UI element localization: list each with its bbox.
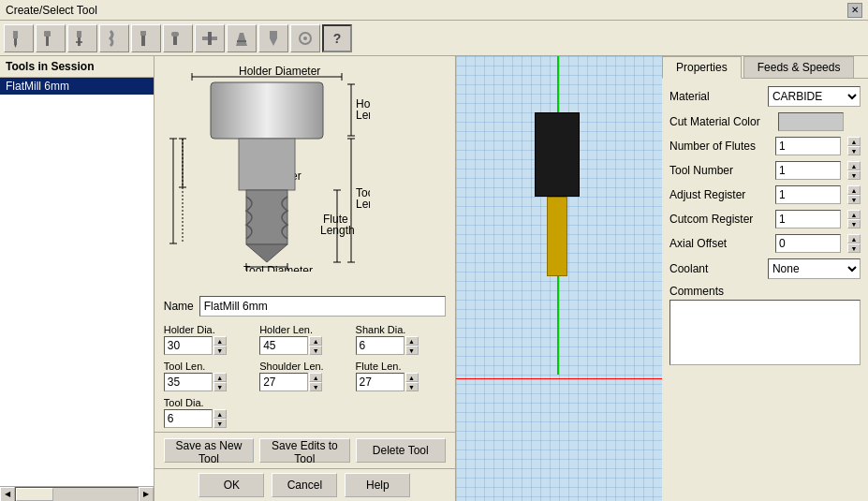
svg-marker-2 xyxy=(14,44,17,48)
adjust-register-up[interactable]: ▲ xyxy=(847,185,861,195)
holder-len-up[interactable]: ▲ xyxy=(309,336,322,346)
tool-number-row: Tool Number ▲ ▼ xyxy=(669,161,861,180)
tool-len-up[interactable]: ▲ xyxy=(213,373,227,382)
delete-tool-button[interactable]: Delete Tool xyxy=(356,438,446,463)
tool-dia-input[interactable] xyxy=(164,409,213,428)
save-new-button[interactable]: Save as New Tool xyxy=(164,438,254,463)
toolbar-btn-7[interactable] xyxy=(227,24,257,52)
holder-len-input[interactable] xyxy=(259,336,308,355)
shank-dia-up[interactable]: ▲ xyxy=(405,336,419,346)
svg-text:Tool Diameter: Tool Diameter xyxy=(243,264,313,272)
tool-dia-up[interactable]: ▲ xyxy=(213,409,227,419)
svg-rect-14 xyxy=(237,40,246,42)
holder-dia-up[interactable]: ▲ xyxy=(213,336,227,346)
comments-textarea[interactable] xyxy=(669,300,861,365)
shoulder-len-up[interactable]: ▲ xyxy=(309,373,322,382)
toolbar-btn-6[interactable] xyxy=(195,24,225,52)
holder-dia-down[interactable]: ▼ xyxy=(213,346,227,355)
toolbar-btn-1[interactable] xyxy=(36,24,66,52)
shank-dia-input-row: ▲ ▼ xyxy=(356,336,446,355)
svg-text:Holder Diameter: Holder Diameter xyxy=(239,66,320,78)
adjust-register-input[interactable] xyxy=(775,185,841,204)
adjust-register-spinner: ▲ ▼ xyxy=(847,185,861,204)
cutcom-register-spinner: ▲ ▼ xyxy=(847,210,861,228)
ok-button[interactable]: OK xyxy=(199,473,264,497)
axial-offset-label: Axial Offset xyxy=(669,237,770,250)
shank-dia-group: Shank Dia. ▲ ▼ xyxy=(356,324,446,355)
help-icon: ? xyxy=(333,31,342,46)
tool-number-down[interactable]: ▼ xyxy=(847,170,861,180)
save-edits-button[interactable]: Save Edits to Tool xyxy=(259,438,349,463)
toolbar-btn-3[interactable] xyxy=(99,24,129,52)
num-flutes-down[interactable]: ▼ xyxy=(847,146,861,155)
scroll-thumb[interactable] xyxy=(16,488,53,501)
adjust-register-down[interactable]: ▼ xyxy=(847,195,861,204)
num-flutes-up[interactable]: ▲ xyxy=(847,137,861,146)
axial-offset-down[interactable]: ▼ xyxy=(847,243,861,253)
svg-rect-3 xyxy=(44,31,51,37)
svg-rect-5 xyxy=(77,31,81,37)
holder-len-down[interactable]: ▼ xyxy=(309,346,322,355)
tool-len-down[interactable]: ▼ xyxy=(213,382,227,391)
name-input[interactable] xyxy=(199,296,446,317)
num-flutes-input[interactable] xyxy=(775,137,841,155)
axial-offset-input[interactable] xyxy=(775,234,841,253)
tool-len-spinner: ▲ ▼ xyxy=(213,373,227,391)
scroll-left-arrow[interactable]: ◀ xyxy=(0,487,15,502)
flute-len-down[interactable]: ▼ xyxy=(405,382,419,391)
shank-dia-input[interactable] xyxy=(356,336,405,355)
comments-section: Comments xyxy=(669,285,861,368)
coolant-select[interactable]: None Flood Mist Air xyxy=(768,258,861,279)
cut-material-color-row: Cut Material Color xyxy=(669,112,861,131)
flute-len-up[interactable]: ▲ xyxy=(405,373,419,382)
material-select[interactable]: CARBIDE HSS COBALT CERAMIC xyxy=(768,86,861,107)
svg-marker-40 xyxy=(246,244,287,262)
holder-len-group: Holder Len. ▲ ▼ xyxy=(259,324,349,355)
flute-len-input[interactable] xyxy=(356,373,405,391)
help-button[interactable]: Help xyxy=(345,473,410,497)
svg-rect-0 xyxy=(13,31,18,38)
toolbar: ? xyxy=(0,21,868,56)
tab-feeds-speeds[interactable]: Feeds & Speeds xyxy=(743,56,855,78)
cutcom-register-up[interactable]: ▲ xyxy=(847,210,861,219)
toolbar-btn-8[interactable] xyxy=(258,24,288,52)
toolbar-btn-9[interactable] xyxy=(290,24,320,52)
tool-number-up[interactable]: ▲ xyxy=(847,161,861,170)
svg-rect-10 xyxy=(171,32,179,37)
shoulder-len-down[interactable]: ▼ xyxy=(309,382,322,391)
shoulder-len-input-row: ▲ ▼ xyxy=(259,373,349,391)
toolbar-btn-0[interactable] xyxy=(4,24,34,52)
toolbar-btn-4[interactable] xyxy=(131,24,161,52)
svg-rect-26 xyxy=(211,82,323,139)
material-label: Material xyxy=(669,90,762,103)
num-flutes-spinner: ▲ ▼ xyxy=(847,137,861,155)
tab-properties[interactable]: Properties xyxy=(662,56,742,79)
bottom-buttons: Save as New Tool Save Edits to Tool Dele… xyxy=(154,432,455,468)
scroll-right-arrow[interactable]: ▶ xyxy=(139,487,154,502)
toolbar-btn-5[interactable] xyxy=(163,24,193,52)
horizontal-scrollbar[interactable]: ◀ ▶ xyxy=(0,486,154,501)
toolbar-btn-2[interactable] xyxy=(67,24,97,52)
scroll-track[interactable] xyxy=(15,487,139,502)
session-item[interactable]: FlatMill 6mm xyxy=(0,78,154,95)
flute-len-input-row: ▲ ▼ xyxy=(356,373,446,391)
tool-len-input[interactable] xyxy=(164,373,213,391)
shoulder-len-input[interactable] xyxy=(259,373,308,391)
tool-number-input[interactable] xyxy=(775,161,841,180)
cancel-button[interactable]: Cancel xyxy=(272,473,337,497)
toolbar-btn-help[interactable]: ? xyxy=(322,24,352,52)
holder-dia-input[interactable] xyxy=(164,336,213,355)
tool-dia-down[interactable]: ▼ xyxy=(213,419,227,428)
tool-len-group: Tool Len. ▲ ▼ xyxy=(164,361,254,391)
svg-rect-13 xyxy=(208,32,212,45)
close-button[interactable]: ✕ xyxy=(847,3,862,18)
cutcom-register-input[interactable] xyxy=(775,210,841,228)
flute-len-spinner: ▲ ▼ xyxy=(405,373,419,391)
coolant-row: Coolant None Flood Mist Air xyxy=(669,258,861,279)
svg-rect-11 xyxy=(173,37,177,45)
axial-offset-spinner: ▲ ▼ xyxy=(847,234,861,253)
shank-dia-down[interactable]: ▼ xyxy=(405,346,419,355)
cut-material-color-box[interactable] xyxy=(778,112,844,131)
axial-offset-up[interactable]: ▲ xyxy=(847,234,861,243)
cutcom-register-down[interactable]: ▼ xyxy=(847,219,861,228)
